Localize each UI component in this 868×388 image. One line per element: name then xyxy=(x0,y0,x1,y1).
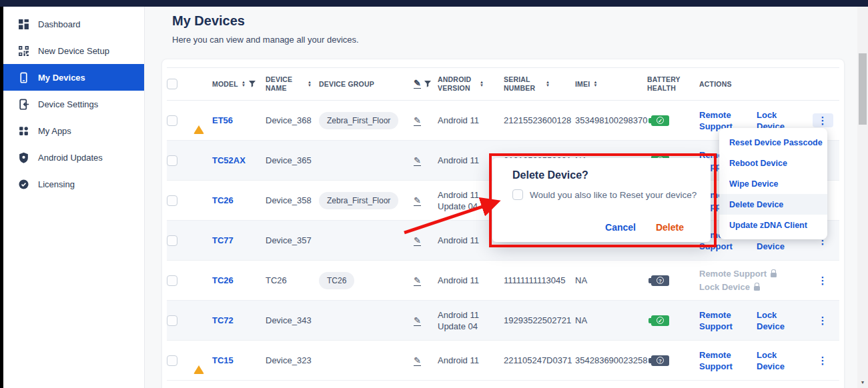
column-header-android-version: ANDROID VERSION xyxy=(438,75,476,93)
sidebar-item-label: New Device Setup xyxy=(38,46,109,56)
imei: NA xyxy=(575,275,587,285)
imei: NA xyxy=(575,315,587,325)
row-checkbox[interactable] xyxy=(167,195,177,206)
android-version: Android 11 xyxy=(438,155,479,165)
row-checkbox[interactable] xyxy=(167,155,177,166)
sidebar-item-device-settings[interactable]: Device Settings xyxy=(3,91,144,117)
device-model-link[interactable]: TC77 xyxy=(212,235,234,245)
column-header-device-name: DEVICE NAME xyxy=(266,75,304,93)
shield-icon xyxy=(18,152,29,163)
device-table-row: TC15 Device_323 ✎ Android 11 221105247D0… xyxy=(167,341,839,381)
sort-icon[interactable]: ▲▼ xyxy=(593,81,597,87)
device-name: Device_358 xyxy=(266,195,312,205)
sidebar-item-my-devices[interactable]: My Devices xyxy=(3,64,144,91)
serial-number: 221105247D0371 xyxy=(504,355,572,365)
row-menu-button[interactable]: ⋮ xyxy=(813,273,833,287)
battery-health-icon: ? xyxy=(651,355,669,366)
row-checkbox[interactable] xyxy=(167,235,177,246)
lock-device-link[interactable]: Lock Device xyxy=(757,349,802,372)
serial-number: 21215523600128 xyxy=(504,115,571,125)
row-checkbox[interactable] xyxy=(167,315,177,326)
context-menu-item[interactable]: Wipe Device xyxy=(719,173,827,194)
sort-icon[interactable]: ▲▼ xyxy=(308,81,312,87)
column-header-actions: ACTIONS xyxy=(699,80,732,88)
filter-icon[interactable] xyxy=(424,81,431,87)
remote-support-link[interactable]: Remote Support xyxy=(699,349,745,372)
page-subtitle: Here you can view and manage all your de… xyxy=(172,35,359,45)
select-all-checkbox[interactable] xyxy=(167,79,177,89)
context-menu: Reset Device Passcode Reboot Device Wipe… xyxy=(719,128,827,239)
device-name: Device_365 xyxy=(266,155,312,165)
edit-device-icon[interactable]: ✎ xyxy=(414,317,421,326)
delete-device-dialog: Delete Device? Would you also like to Re… xyxy=(492,158,711,242)
row-actions: Remote Support Lock Device xyxy=(699,269,806,293)
vertical-scrollbar[interactable]: ▼ xyxy=(857,7,868,388)
lock-device-link[interactable]: Lock Device xyxy=(757,309,802,332)
remote-support-link[interactable]: Remote Support xyxy=(699,309,745,332)
scrollbar-thumb[interactable] xyxy=(859,53,867,125)
device-group-badge: Zebra_First_Floor xyxy=(319,192,398,209)
reset-device-checkbox[interactable] xyxy=(512,189,523,200)
context-menu-item[interactable]: Reset Device Passcode xyxy=(719,132,827,153)
scrollbar-down-arrow[interactable]: ▼ xyxy=(857,380,868,385)
column-header-model: MODEL xyxy=(212,80,238,88)
row-checkbox[interactable] xyxy=(167,275,177,286)
context-menu-item[interactable]: Reboot Device xyxy=(719,153,827,173)
sidebar-item-my-apps[interactable]: My Apps xyxy=(3,117,144,144)
row-menu-button[interactable]: ⋮ xyxy=(813,353,833,367)
column-header-battery-health: BATTERY HEALTH xyxy=(647,75,686,93)
android-version: Android 11 xyxy=(438,275,479,285)
sidebar-item-new-device-setup[interactable]: New Device Setup xyxy=(3,37,144,64)
device-name: Device_368 xyxy=(266,115,312,125)
device-model-link[interactable]: TC72 xyxy=(212,315,234,325)
row-checkbox[interactable] xyxy=(167,115,177,126)
android-version: Android 11 xyxy=(438,115,479,125)
sort-icon[interactable]: ▲▼ xyxy=(546,81,550,87)
edit-device-icon[interactable]: ✎ xyxy=(414,357,421,366)
context-menu-item[interactable]: Update zDNA Client xyxy=(719,215,827,235)
device-model-link[interactable]: TC52AX xyxy=(212,155,246,165)
edit-device-icon[interactable]: ✎ xyxy=(414,277,421,286)
device-name: Device_323 xyxy=(266,355,312,365)
edit-device-icon[interactable]: ✎ xyxy=(414,157,421,166)
edit-device-icon[interactable]: ✎ xyxy=(414,197,421,206)
edit-device-icon[interactable]: ✎ xyxy=(414,237,421,246)
row-menu-button[interactable]: ⋮ xyxy=(813,313,833,327)
lock-device-link[interactable]: Lock Device xyxy=(699,282,806,293)
row-menu-button[interactable]: ⋮ xyxy=(813,113,833,127)
device-model-link[interactable]: TC15 xyxy=(212,355,234,365)
table-header-row: MODEL ▲▼ DEVICE NAME ▲▼ DEVICE GROUP xyxy=(167,67,839,101)
remote-support-link[interactable]: Remote Support xyxy=(699,269,806,279)
cancel-button[interactable]: Cancel xyxy=(605,222,636,233)
device-model-link[interactable]: TC26 xyxy=(212,275,234,285)
sidebar-item-android-updates[interactable]: Android Updates xyxy=(3,144,144,171)
android-version: Android 11 Update 04 xyxy=(438,190,479,211)
phone-icon xyxy=(18,72,29,83)
sidebar-item-dashboard[interactable]: Dashboard xyxy=(3,11,144,37)
sidebar-item-label: Android Updates xyxy=(38,153,103,163)
reset-device-checkbox-label: Would you also like to Reset your device… xyxy=(530,190,697,200)
row-actions: Remote Support Lock Device xyxy=(699,349,806,372)
edit-device-icon[interactable]: ✎ xyxy=(414,117,421,126)
battery-health-icon: ? xyxy=(651,275,669,286)
sort-icon[interactable]: ▲▼ xyxy=(242,81,246,87)
sidebar-item-licensing[interactable]: Licensing xyxy=(3,171,144,197)
serial-number: 11111111113045 xyxy=(504,275,566,285)
warning-icon xyxy=(193,115,204,134)
column-header-serial-number: SERIAL NUMBER xyxy=(504,75,542,93)
sidebar-item-label: My Apps xyxy=(38,126,71,136)
context-menu-item[interactable]: Delete Device xyxy=(719,194,827,215)
dashboard-icon xyxy=(18,19,29,30)
column-header-device-group: DEVICE GROUP xyxy=(319,80,374,88)
column-header-imei: IMEI xyxy=(575,80,590,88)
sort-icon[interactable]: ▲▼ xyxy=(480,81,484,87)
row-checkbox[interactable] xyxy=(167,355,177,366)
battery-health-icon: ✓ xyxy=(651,315,669,326)
device-name: Device_343 xyxy=(266,315,312,325)
device-model-link[interactable]: ET56 xyxy=(212,115,233,125)
delete-button[interactable]: Delete xyxy=(656,222,684,233)
apps-icon xyxy=(18,125,29,137)
filter-icon[interactable] xyxy=(249,81,256,87)
edit-column-icon[interactable]: ✎ xyxy=(414,79,421,89)
device-model-link[interactable]: TC26 xyxy=(212,195,234,205)
